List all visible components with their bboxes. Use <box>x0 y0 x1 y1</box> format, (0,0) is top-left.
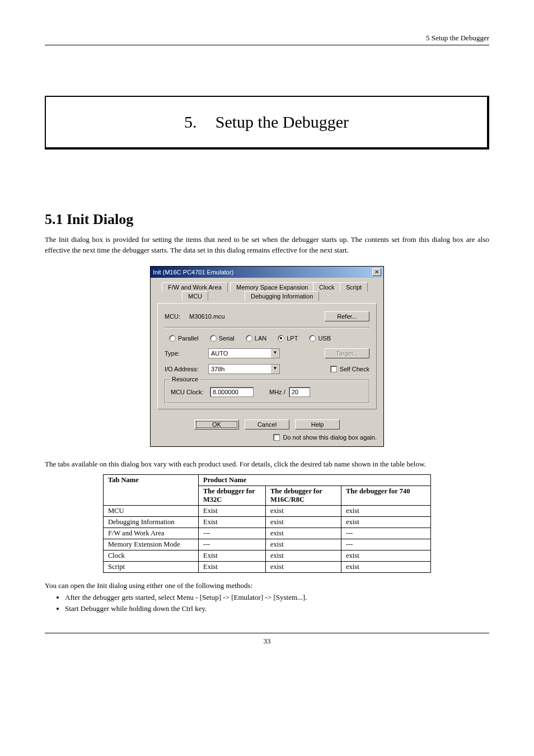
radio-lan-label: LAN <box>255 335 266 342</box>
type-combo-value: AUTO <box>209 349 270 358</box>
checkbox-icon <box>273 434 280 441</box>
table-row: MCUExistexistexist <box>104 505 431 516</box>
table-cell: --- <box>199 528 266 539</box>
radio-parallel-label: Parallel <box>178 335 199 342</box>
table-cell: Exist <box>199 505 266 516</box>
dialog-title-text: Init (M16C PC4701 Emulator) <box>153 269 233 276</box>
type-combo[interactable]: AUTO ▼ <box>208 348 280 358</box>
chevron-down-icon[interactable]: ▼ <box>270 365 279 374</box>
methods-paragraph: You can open the Init dialog using eithe… <box>45 581 489 591</box>
table-row: ClockExistexistexist <box>104 550 431 561</box>
clock-div-input[interactable] <box>289 387 310 397</box>
divider <box>165 327 369 328</box>
table-cell: Exist <box>199 561 266 572</box>
resource-fieldset: Resource MCU Clock: MHz / <box>165 380 369 403</box>
table-cell: exist <box>266 561 341 572</box>
table-cell: Memory Extension Mode <box>104 539 199 550</box>
tab-fw-workarea[interactable]: F/W and Work Area <box>162 282 228 292</box>
mcu-clock-label: MCU Clock: <box>171 389 210 395</box>
resource-legend: Resource <box>170 376 200 382</box>
self-check-label: Self Check <box>340 366 369 372</box>
tab-clock[interactable]: Clock <box>313 282 341 292</box>
help-button[interactable]: Help <box>295 419 340 430</box>
tab-script[interactable]: Script <box>340 282 368 292</box>
table-header-740: The debugger for 740 <box>341 486 431 505</box>
dialog-titlebar[interactable]: Init (M16C PC4701 Emulator) ✕ <box>151 267 383 278</box>
list-item: After the debugger gets started, select … <box>65 592 489 603</box>
init-dialog: Init (M16C PC4701 Emulator) ✕ F/W and Wo… <box>150 266 384 447</box>
type-label: Type: <box>165 350 208 357</box>
radio-parallel[interactable]: Parallel <box>169 335 199 342</box>
donot-show-checkbox[interactable]: Do not show this dialog box again. <box>273 434 377 441</box>
cancel-button[interactable]: Cancel <box>245 419 289 430</box>
table-cell: --- <box>341 528 431 539</box>
radio-lan[interactable]: LAN <box>246 335 266 342</box>
tabs-paragraph: The tabs available on this dialog box va… <box>45 459 489 470</box>
close-icon[interactable]: ✕ <box>372 268 381 276</box>
tab-row: F/W and Work Area Memory Space Expansion… <box>157 282 377 304</box>
table-cell: exist <box>341 561 431 572</box>
connection-radios: Parallel Serial LAN LPT USB <box>165 335 369 342</box>
chapter-title: Setup the Debugger <box>216 113 349 131</box>
table-cell: Debugging Information <box>104 516 199 528</box>
table-cell: exist <box>341 550 431 561</box>
table-cell: --- <box>199 539 266 550</box>
table-cell: Script <box>104 561 199 572</box>
radio-lpt-label: LPT <box>287 335 298 342</box>
target-button[interactable]: Target... <box>325 348 369 358</box>
self-check-checkbox[interactable]: Self Check <box>330 366 369 372</box>
io-address-combo[interactable]: 378h ▼ <box>208 364 280 374</box>
table-cell: F/W and Work Area <box>104 528 199 539</box>
tab-mcu[interactable]: MCU <box>182 291 208 301</box>
table-row: F/W and Work Area---exist--- <box>104 528 431 539</box>
ok-button[interactable]: OK <box>194 419 239 430</box>
page-header: 5 Setup the Debugger <box>45 34 489 45</box>
tab-panel-mcu: MCU: M30610.mcu Refer... Parallel Serial… <box>157 303 377 409</box>
radio-usb-label: USB <box>318 335 331 342</box>
table-cell: exist <box>266 505 341 516</box>
table-cell: Exist <box>199 550 266 561</box>
tab-product-table: Tab Name Product Name The debugger for M… <box>103 474 431 573</box>
section-heading: 5.1 Init Dialog <box>45 211 489 228</box>
table-row: Memory Extension Mode---exist--- <box>104 539 431 550</box>
table-cell: exist <box>266 528 341 539</box>
mcu-value: M30610.mcu <box>189 313 225 320</box>
table-cell: exist <box>266 550 341 561</box>
table-cell: exist <box>266 539 341 550</box>
table-cell: exist <box>266 516 341 528</box>
radio-lpt[interactable]: LPT <box>278 335 298 342</box>
mcu-clock-input[interactable] <box>210 387 254 397</box>
chapter-heading-box: 5. Setup the Debugger <box>45 96 489 150</box>
chapter-number: 5. <box>184 113 197 131</box>
table-cell: MCU <box>104 505 199 516</box>
table-cell: exist <box>341 516 431 528</box>
radio-serial[interactable]: Serial <box>210 335 235 342</box>
mcu-label: MCU: <box>165 313 180 320</box>
list-item: Start Debugger while holding down the Ct… <box>65 603 489 614</box>
table-header-tabname: Tab Name <box>104 474 199 505</box>
table-cell: Exist <box>199 516 266 528</box>
table-cell: Clock <box>104 550 199 561</box>
chevron-down-icon[interactable]: ▼ <box>270 349 279 358</box>
methods-list: After the debugger gets started, select … <box>45 592 489 614</box>
table-row: Debugging InformationExistexistexist <box>104 516 431 528</box>
table-header-m32c: The debugger for M32C <box>199 486 266 505</box>
tab-memory-expansion[interactable]: Memory Space Expansion <box>230 282 314 292</box>
refer-button[interactable]: Refer... <box>325 311 369 321</box>
checkbox-icon <box>330 366 337 372</box>
tab-debugging-info[interactable]: Debugging Information <box>245 291 319 301</box>
table-cell: --- <box>341 539 431 550</box>
io-address-value: 378h <box>209 365 270 374</box>
table-row: ScriptExistexistexist <box>104 561 431 572</box>
radio-serial-label: Serial <box>219 335 235 342</box>
table-header-product: Product Name <box>199 474 431 486</box>
intro-paragraph: The Init dialog box is provided for sett… <box>45 235 489 256</box>
io-address-label: I/O Address: <box>165 366 208 372</box>
radio-usb[interactable]: USB <box>309 335 331 342</box>
page-number: 33 <box>45 633 489 646</box>
table-cell: exist <box>341 505 431 516</box>
donot-show-label: Do not show this dialog box again. <box>283 434 377 441</box>
mhz-label: MHz / <box>269 389 285 395</box>
table-header-m16c: The debugger for M16C/R8C <box>266 486 341 505</box>
